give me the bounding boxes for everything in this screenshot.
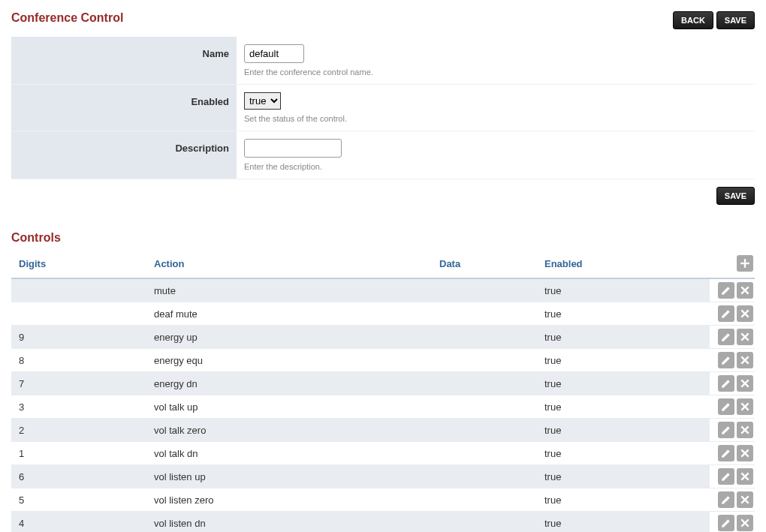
cross-icon xyxy=(740,401,750,412)
delete-row-button[interactable] xyxy=(737,468,753,485)
cell-data xyxy=(432,419,537,442)
cell-digits xyxy=(11,302,146,326)
cell-digits: 6 xyxy=(11,465,146,488)
cell-action: vol listen dn xyxy=(146,512,432,533)
cell-action: vol listen up xyxy=(146,465,432,488)
edit-row-button[interactable] xyxy=(718,491,734,508)
delete-row-button[interactable] xyxy=(737,445,753,461)
delete-row-button[interactable] xyxy=(737,375,753,392)
cell-enabled: true xyxy=(537,488,710,512)
edit-row-button[interactable] xyxy=(718,422,734,438)
cell-data xyxy=(432,326,537,349)
cell-enabled: true xyxy=(537,442,710,465)
table-row: 7energy dntrue xyxy=(11,372,755,395)
cell-data xyxy=(432,372,537,395)
cell-data xyxy=(432,465,537,488)
plus-icon xyxy=(740,258,750,269)
edit-row-button[interactable] xyxy=(718,352,734,368)
delete-row-button[interactable] xyxy=(737,491,753,508)
back-button[interactable]: BACK xyxy=(673,11,713,29)
cell-data xyxy=(432,302,537,326)
cell-enabled: true xyxy=(537,326,710,349)
pencil-icon xyxy=(721,425,731,435)
edit-row-button[interactable] xyxy=(718,468,734,485)
save-button[interactable]: SAVE xyxy=(716,11,755,29)
table-row: 1vol talk dntrue xyxy=(11,442,755,465)
controls-section-title: Controls xyxy=(11,231,755,245)
cell-data xyxy=(432,349,537,372)
pencil-icon xyxy=(721,494,731,505)
pencil-icon xyxy=(721,332,731,342)
cross-icon xyxy=(740,518,750,528)
cell-action: mute xyxy=(146,278,432,302)
cell-action: vol talk zero xyxy=(146,419,432,442)
delete-row-button[interactable] xyxy=(737,352,753,368)
edit-row-button[interactable] xyxy=(718,398,734,415)
cell-digits: 1 xyxy=(11,442,146,465)
table-row: 9energy uptrue xyxy=(11,326,755,349)
cross-icon xyxy=(740,285,750,296)
table-row: 2vol talk zerotrue xyxy=(11,419,755,442)
delete-row-button[interactable] xyxy=(737,422,753,438)
pencil-icon xyxy=(721,471,731,482)
cell-digits: 8 xyxy=(11,349,146,372)
delete-row-button[interactable] xyxy=(737,282,753,299)
delete-row-button[interactable] xyxy=(737,515,753,531)
cell-digits: 3 xyxy=(11,395,146,419)
edit-row-button[interactable] xyxy=(718,282,734,299)
cell-enabled: true xyxy=(537,419,710,442)
delete-row-button[interactable] xyxy=(737,398,753,415)
description-hint: Enter the description. xyxy=(244,162,747,171)
table-row: deaf mutetrue xyxy=(11,302,755,326)
description-label: Description xyxy=(11,131,237,179)
enabled-select[interactable]: true xyxy=(244,92,281,110)
cell-enabled: true xyxy=(537,372,710,395)
cell-action: vol talk dn xyxy=(146,442,432,465)
cell-data xyxy=(432,488,537,512)
cross-icon xyxy=(740,471,750,482)
cross-icon xyxy=(740,494,750,505)
cell-data xyxy=(432,442,537,465)
cell-digits: 2 xyxy=(11,419,146,442)
edit-row-button[interactable] xyxy=(718,445,734,461)
edit-row-button[interactable] xyxy=(718,329,734,345)
pencil-icon xyxy=(721,308,731,319)
add-row-button[interactable] xyxy=(737,255,753,272)
page-title: Conference Control xyxy=(11,11,123,25)
col-header-digits[interactable]: Digits xyxy=(11,249,146,278)
cell-data xyxy=(432,395,537,419)
cell-enabled: true xyxy=(537,395,710,419)
cross-icon xyxy=(740,425,750,435)
name-label: Name xyxy=(11,37,237,85)
cell-enabled: true xyxy=(537,349,710,372)
cell-enabled: true xyxy=(537,278,710,302)
cell-digits xyxy=(11,278,146,302)
delete-row-button[interactable] xyxy=(737,329,753,345)
delete-row-button[interactable] xyxy=(737,305,753,322)
pencil-icon xyxy=(721,448,731,458)
cross-icon xyxy=(740,378,750,389)
cell-digits: 7 xyxy=(11,372,146,395)
pencil-icon xyxy=(721,355,731,365)
col-header-enabled[interactable]: Enabled xyxy=(537,249,710,278)
enabled-label: Enabled xyxy=(11,85,237,131)
cross-icon xyxy=(740,448,750,458)
pencil-icon xyxy=(721,378,731,389)
cell-data xyxy=(432,278,537,302)
cell-digits: 4 xyxy=(11,512,146,533)
cross-icon xyxy=(740,332,750,342)
cell-enabled: true xyxy=(537,465,710,488)
name-input[interactable] xyxy=(244,44,304,63)
description-input[interactable] xyxy=(244,139,342,158)
cross-icon xyxy=(740,308,750,319)
table-row: mutetrue xyxy=(11,278,755,302)
edit-row-button[interactable] xyxy=(718,305,734,322)
form-save-button[interactable]: SAVE xyxy=(716,187,755,205)
col-header-action[interactable]: Action xyxy=(146,249,432,278)
table-row: 6vol listen uptrue xyxy=(11,465,755,488)
cross-icon xyxy=(740,355,750,365)
edit-row-button[interactable] xyxy=(718,375,734,392)
col-header-data[interactable]: Data xyxy=(432,249,537,278)
cell-action: vol listen zero xyxy=(146,488,432,512)
edit-row-button[interactable] xyxy=(718,515,734,531)
